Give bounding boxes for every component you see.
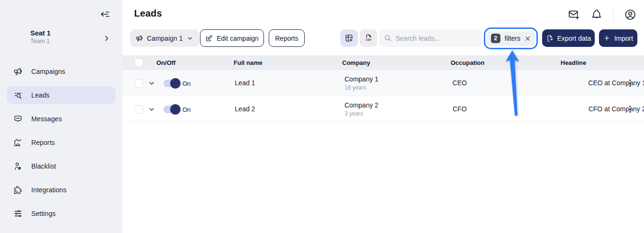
import-button[interactable]: Import <box>599 29 637 47</box>
reports-button[interactable]: Reports <box>269 29 305 47</box>
sidebar: Seat 1 Team 1 Campaigns Leads <box>0 0 122 233</box>
sidebar-item-blacklist[interactable]: Blacklist <box>7 157 116 175</box>
table-settings-icon <box>345 34 354 43</box>
seat-subtitle: Team 1 <box>30 38 51 45</box>
svg-text:CSV: CSV <box>366 38 372 41</box>
filters-label: filters <box>505 35 520 42</box>
sidebar-item-label: Blacklist <box>31 162 56 170</box>
lead-fullname: Lead 2 <box>198 105 292 113</box>
lead-company: Company 2 <box>345 101 379 109</box>
sidebar-item-integrations[interactable]: Integrations <box>7 181 116 199</box>
export-data-button[interactable]: Export data <box>542 29 595 47</box>
kebab-menu-icon[interactable] <box>626 78 633 88</box>
sidebar-item-messages[interactable]: Messages <box>7 110 116 128</box>
lead-company-tenure: 3 years <box>345 110 379 117</box>
toggle-label: On <box>182 106 190 113</box>
select-all-checkbox[interactable] <box>135 58 143 67</box>
sidebar-item-label: Messages <box>31 115 62 123</box>
lead-company-tenure: 18 years <box>345 84 379 91</box>
plus-icon <box>603 35 610 42</box>
campaign-selector[interactable]: Campaign 1 <box>130 29 199 47</box>
lead-occupation: CFO <box>412 105 507 113</box>
search-icon <box>384 34 392 42</box>
lead-toggle[interactable]: On <box>163 106 190 113</box>
seat-selector[interactable]: Seat 1 Team 1 <box>30 29 51 45</box>
close-icon[interactable] <box>525 36 531 42</box>
main-content: Leads Campaign 1 <box>122 0 644 233</box>
top-right-icons <box>557 9 636 21</box>
table-row: On Lead 2 Company 2 3 years CFO CFO at C… <box>122 96 644 122</box>
filters-count-badge: 2 <box>491 34 500 43</box>
edit-campaign-label: Edit campaign <box>217 35 259 42</box>
sidebar-item-label: Settings <box>31 210 55 217</box>
reports-button-label: Reports <box>275 35 298 42</box>
lead-toggle[interactable]: On <box>163 80 190 87</box>
lead-company: Company 1 <box>345 75 379 83</box>
pencil-icon <box>205 35 213 42</box>
csv-file-icon: CSV <box>364 34 373 43</box>
list-search-icon <box>13 90 23 100</box>
leads-table: On/Off Full name Company Occupation Head… <box>122 55 644 122</box>
edit-campaign-button[interactable]: Edit campaign <box>200 29 264 47</box>
sidebar-item-label: Campaigns <box>31 68 65 75</box>
sliders-icon <box>13 209 23 218</box>
toggle-knob <box>170 78 181 89</box>
toggle-label: On <box>182 80 190 87</box>
seat-title: Seat 1 <box>30 29 51 37</box>
bell-icon[interactable] <box>590 9 603 21</box>
lead-fullname: Lead 1 <box>198 79 292 87</box>
row-checkbox[interactable] <box>135 79 143 88</box>
kebab-menu-icon[interactable] <box>626 104 633 114</box>
sidebar-nav: Campaigns Leads Messages Reports <box>7 63 116 228</box>
message-icon <box>13 114 23 124</box>
column-header-onoff: On/Off <box>156 59 175 66</box>
export-data-label: Export data <box>557 35 591 42</box>
chevron-right-icon[interactable] <box>102 34 111 43</box>
column-header-fullname: Full name <box>234 59 263 66</box>
sidebar-item-reports[interactable]: Reports <box>7 134 116 152</box>
search-bar <box>379 29 481 47</box>
table-view-button[interactable] <box>340 29 358 47</box>
table-row: On Lead 1 Company 1 18 years CEO CEO at … <box>122 70 644 96</box>
filters-highlight-ring: 2 filters <box>484 27 538 49</box>
campaign-selector-label: Campaign 1 <box>147 35 183 42</box>
megaphone-icon <box>13 67 23 76</box>
sidebar-item-label: Leads <box>31 91 50 99</box>
toggle-knob <box>170 104 181 115</box>
sidebar-item-settings[interactable]: Settings <box>7 205 116 223</box>
export-icon <box>546 35 553 42</box>
megaphone-icon <box>136 35 143 42</box>
filters-chip[interactable]: 2 filters <box>486 31 535 46</box>
app-window: Seat 1 Team 1 Campaigns Leads <box>0 0 644 233</box>
chart-icon <box>13 138 23 147</box>
column-header-headline: Headline <box>561 59 586 66</box>
csv-view-button[interactable]: CSV <box>360 29 377 47</box>
table-header-row: On/Off Full name Company Occupation Head… <box>122 55 644 70</box>
row-checkbox[interactable] <box>135 105 143 114</box>
import-label: Import <box>614 35 633 42</box>
chevron-down-icon[interactable] <box>148 106 155 113</box>
sidebar-item-label: Integrations <box>31 186 66 194</box>
sidebar-item-leads[interactable]: Leads <box>7 86 116 104</box>
column-header-occupation: Occupation <box>451 59 485 66</box>
toggle-track <box>163 80 180 87</box>
sidebar-item-campaigns[interactable]: Campaigns <box>7 63 116 81</box>
sidebar-item-label: Reports <box>31 139 55 146</box>
page-title: Leads <box>134 8 162 19</box>
toggle-track <box>163 106 180 113</box>
user-circle-icon[interactable] <box>624 9 636 21</box>
puzzle-icon <box>13 185 23 195</box>
mail-plus-icon[interactable] <box>568 9 580 21</box>
lead-company-cell: Company 1 18 years <box>345 75 379 91</box>
column-header-company: Company <box>342 59 370 66</box>
search-input[interactable] <box>396 35 472 42</box>
collapse-sidebar-icon[interactable] <box>100 9 111 20</box>
lead-company-cell: Company 2 3 years <box>345 101 379 117</box>
lead-occupation: CEO <box>412 79 507 87</box>
divider <box>613 8 614 22</box>
chevron-down-icon <box>187 35 193 42</box>
view-mode-toggle: CSV <box>340 29 377 47</box>
user-blocked-icon <box>13 161 23 171</box>
chevron-down-icon[interactable] <box>148 80 155 87</box>
